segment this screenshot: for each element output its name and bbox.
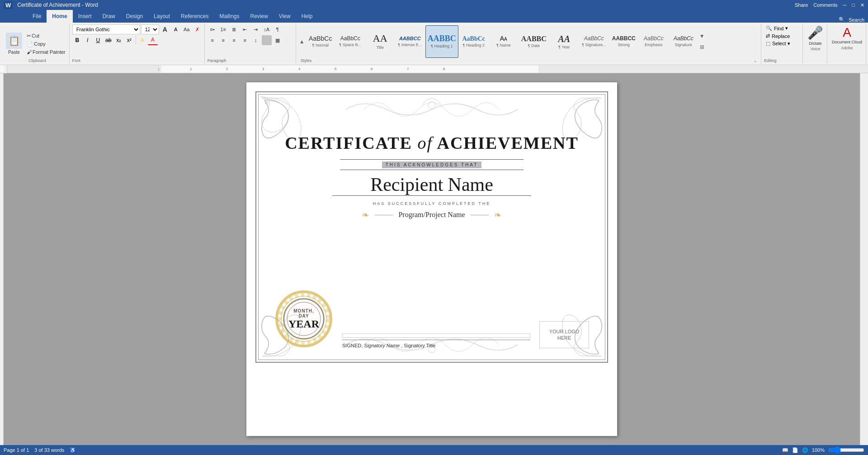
main-area: CERTIFICATE of ACHIEVEMENT THIS ACKNOWLE… — [0, 73, 868, 445]
view-read-btn[interactable]: 📖 — [782, 447, 788, 453]
multilevel-button[interactable]: ≣ — [229, 24, 239, 34]
styles-row: ▲ AaBbCc ¶ Normal AaBbCc ¶ Space B... AA… — [299, 24, 759, 58]
text-color-button[interactable]: A — [148, 35, 158, 45]
style-emphasis[interactable]: AaBbCc Emphasis — [639, 25, 668, 58]
cert-title-part2: ACHIEVEMENT — [433, 133, 579, 152]
style-h1[interactable]: AABBC ¶ Heading 1 — [425, 25, 458, 58]
numbering-button[interactable]: 1≡ — [218, 24, 228, 34]
zoom-slider[interactable] — [828, 446, 864, 454]
bullets-button[interactable]: ≡• — [208, 24, 217, 34]
sort-button[interactable]: ↕A — [262, 24, 272, 34]
view-web-btn[interactable]: 🌐 — [802, 447, 808, 453]
style-sig2[interactable]: AaBbCc Signature — [669, 25, 698, 58]
font-shrink-button[interactable]: A — [171, 24, 181, 34]
title-bar-right: Share Comments ─ □ ✕ — [795, 2, 864, 8]
clipboard-small: ✂ Cut 📄 Copy 🖌 Format Painter — [25, 24, 67, 63]
style-h2[interactable]: AaBbCc ¶ Heading 2 — [459, 25, 488, 58]
tab-help[interactable]: Help — [296, 10, 318, 23]
comments-btn[interactable]: Comments — [813, 2, 837, 8]
font-size-select[interactable]: 12 — [141, 24, 159, 34]
tab-layout[interactable]: Layout — [148, 10, 175, 23]
font-grow-button[interactable]: A — [160, 24, 170, 34]
style-spacebefore[interactable]: AaBbCc ¶ Space B... — [336, 25, 365, 58]
format-painter-button[interactable]: 🖌 Format Painter — [25, 48, 67, 56]
cert-logo-box: YOUR LOGO HERE — [539, 321, 589, 348]
search-label: Search — [849, 17, 864, 23]
editing-group-label: Editing — [764, 58, 801, 63]
find-button[interactable]: 🔍 Find ▾ — [764, 24, 801, 32]
tab-references[interactable]: References — [175, 10, 214, 23]
style-name[interactable]: Aa ¶ Name — [489, 25, 518, 58]
styles-expand[interactable]: ⊞ — [699, 42, 705, 52]
font-group-label: Font — [72, 58, 203, 63]
underline-button[interactable]: U — [93, 35, 103, 45]
style-title[interactable]: AA Title — [366, 25, 395, 58]
side-panel-right — [860, 73, 868, 445]
share-btn[interactable]: Share — [795, 2, 808, 8]
style-strong-preview: AABBCC — [612, 36, 636, 42]
align-center-button[interactable]: ≡ — [218, 35, 228, 45]
style-normal[interactable]: AaBbCc ¶ Normal — [306, 25, 335, 58]
tab-file[interactable]: File — [27, 10, 47, 23]
word-count: 3 of 33 words — [34, 447, 64, 453]
tab-home[interactable]: Home — [47, 10, 72, 23]
dictate-button[interactable]: 🎤 Dictate — [807, 25, 823, 46]
superscript-button[interactable]: x² — [124, 35, 134, 45]
adobe-group: A Document Cloud Adobe — [828, 24, 866, 64]
styles-group: ▲ AaBbCc ¶ Normal AaBbCc ¶ Space B... AA… — [297, 24, 761, 64]
maximize-btn[interactable]: □ — [852, 2, 855, 8]
cert-title: CERTIFICATE of ACHIEVEMENT — [285, 133, 579, 153]
tab-insert[interactable]: Insert — [73, 10, 97, 23]
strikethrough-button[interactable]: ab — [104, 35, 113, 45]
italic-button[interactable]: I — [83, 35, 93, 45]
bold-button[interactable]: B — [72, 35, 82, 45]
show-marks-button[interactable]: ¶ — [273, 24, 283, 34]
accessibility-icon[interactable]: ♿ — [70, 447, 76, 453]
decrease-indent-button[interactable]: ⇤ — [240, 24, 250, 34]
cert-seal: MONTH, DAY YEAR — [274, 289, 333, 348]
tab-design[interactable]: Design — [121, 10, 148, 23]
styles-scroll-up[interactable]: ▲ — [299, 25, 305, 58]
tab-mailings[interactable]: Mailings — [214, 10, 245, 23]
align-left-button[interactable]: ≡ — [208, 35, 217, 45]
style-strong[interactable]: AABBCC Strong — [609, 25, 638, 58]
justify-button[interactable]: ≡ — [240, 35, 250, 45]
close-btn[interactable]: ✕ — [860, 2, 864, 8]
line-spacing-button[interactable]: ↕ — [251, 35, 261, 45]
search-box[interactable]: 🔍 Search — [835, 17, 868, 23]
adobe-button[interactable]: A Document Cloud — [832, 25, 862, 45]
tab-draw[interactable]: Draw — [97, 10, 121, 23]
font-family-select[interactable]: Franklin Gothic — [72, 24, 140, 34]
increase-indent-button[interactable]: ⇥ — [251, 24, 261, 34]
style-signature-preview: AaBbCc — [584, 36, 604, 42]
paste-button[interactable]: 📋 Paste — [4, 24, 24, 63]
minimize-btn[interactable]: ─ — [843, 2, 847, 8]
tab-review[interactable]: Review — [245, 10, 274, 23]
clear-format-button[interactable]: ✗ — [193, 24, 203, 34]
replace-button[interactable]: ⇄ Replace — [764, 32, 801, 40]
style-signature[interactable]: AaBbCc ¶ Signature... — [580, 25, 609, 58]
subscript-button[interactable]: x₂ — [114, 35, 124, 45]
shading-button[interactable] — [262, 35, 272, 45]
scroll-area[interactable]: CERTIFICATE of ACHIEVEMENT THIS ACKNOWLE… — [4, 73, 860, 445]
copy-button[interactable]: 📄 Copy — [25, 40, 67, 48]
cert-recipient-line — [332, 195, 531, 196]
status-left: Page 1 of 1 3 of 33 words ♿ — [4, 447, 76, 453]
style-date[interactable]: AABBC ¶ Date — [519, 25, 549, 58]
cut-button[interactable]: ✂ Cut — [25, 32, 67, 40]
styles-dialog-launcher[interactable]: ⌄ — [754, 58, 757, 63]
borders-button[interactable]: ▦ — [273, 35, 283, 45]
align-right-button[interactable]: ≡ — [229, 35, 239, 45]
change-case-button[interactable]: Aa — [182, 24, 192, 34]
dictate-label: Dictate — [809, 41, 821, 46]
text-highlight-button[interactable]: A — [137, 35, 147, 45]
title-text: Certificate of Achievement - Word — [17, 2, 98, 8]
document-page[interactable]: CERTIFICATE of ACHIEVEMENT THIS ACKNOWLE… — [246, 82, 617, 436]
select-button[interactable]: ⬚ Select ▾ — [764, 40, 801, 47]
styles-scroll-down[interactable]: ▼ — [699, 31, 705, 42]
style-year[interactable]: AA ¶ Year — [550, 25, 579, 58]
tab-view[interactable]: View — [274, 10, 296, 23]
cert-bottom: MONTH, DAY YEAR SIGNED, Signatory Name ,… — [274, 289, 589, 348]
style-intense[interactable]: AABBCC ¶ Intense E... — [396, 25, 425, 58]
view-print-btn[interactable]: 📄 — [792, 447, 798, 453]
